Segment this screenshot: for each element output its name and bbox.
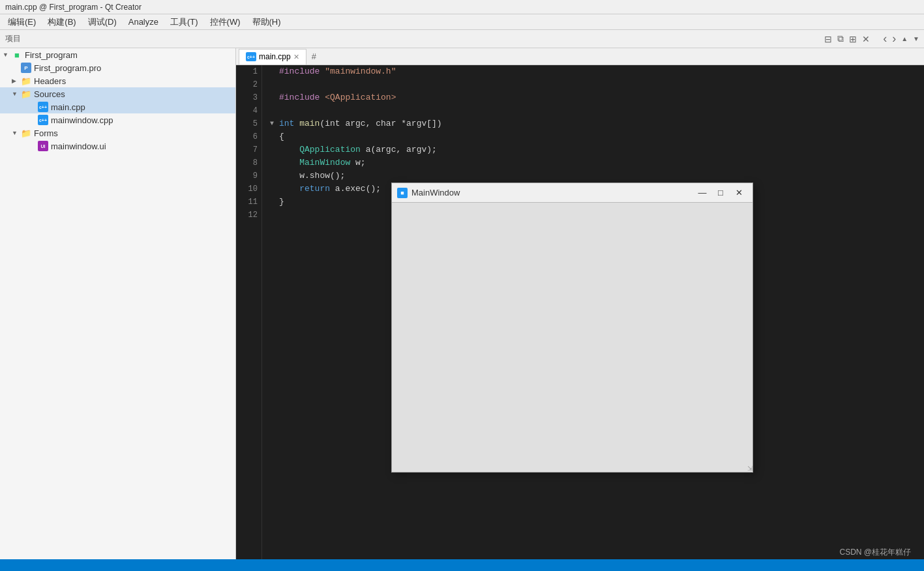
line-num-10: 10 (236, 183, 261, 196)
float-minimize-button[interactable]: — (694, 186, 711, 199)
float-close-button[interactable]: ✕ (730, 186, 747, 199)
main-cpp-icon: c++ (38, 102, 48, 112)
line-num-12: 12 (236, 209, 261, 222)
editor-tab-main-cpp[interactable]: c++ main.cpp ✕ (239, 49, 306, 65)
tree-item-pro[interactable]: P First_program.pro (0, 61, 235, 74)
toolbar-label: 项目 (3, 33, 23, 44)
float-body (392, 203, 753, 472)
tree-item-forms[interactable]: ▼ 📁 Forms (0, 126, 235, 139)
line-num-6: 6 (236, 130, 261, 143)
tree-label-first-program: First_program (25, 50, 78, 60)
line-num-5: 5 (236, 117, 261, 130)
tree-label-mainwindow-ui: mainwindow.ui (51, 141, 106, 151)
headers-folder-icon: 📁 (21, 76, 31, 86)
sources-folder-icon: 📁 (21, 89, 31, 99)
nav-up-button[interactable]: ▲ (899, 35, 910, 42)
tree-item-main-cpp[interactable]: c++ main.cpp (0, 100, 235, 113)
expand-icon[interactable]: ⊞ (847, 34, 859, 44)
tree-item-mainwindow-cpp[interactable]: c++ mainwindow.cpp (0, 113, 235, 126)
code-line-3: #include <QApplication> (270, 91, 916, 104)
project-icon: ■ (12, 50, 22, 60)
menu-build[interactable]: 构建(B) (42, 15, 81, 29)
code-line-5: ▼ int main(int argc, char *argv[]) (270, 117, 916, 130)
tree-label-headers: Headers (34, 76, 66, 86)
float-app-icon: ■ (397, 188, 408, 198)
tree-label-mainwindow-cpp: mainwindow.cpp (51, 115, 113, 125)
code-line-4 (270, 104, 916, 117)
link-icon[interactable]: ⧉ (835, 33, 846, 44)
line-num-3: 3 (236, 91, 261, 104)
line-num-9: 9 (236, 169, 261, 183)
code-line-7: QApplication a(argc, argv); (270, 143, 916, 156)
tab-cpp-icon: c++ (246, 52, 256, 61)
resize-corner[interactable]: ⇲ (745, 464, 753, 472)
tree-item-first-program[interactable]: ▼ ■ First_program (0, 48, 235, 61)
menu-help[interactable]: 帮助(H) (247, 15, 286, 29)
tree-item-mainwindow-ui[interactable]: UI mainwindow.ui (0, 139, 235, 153)
nav-down-button[interactable]: ▼ (911, 35, 921, 42)
menu-edit[interactable]: 编辑(E) (3, 15, 41, 29)
sidebar: ▼ ■ First_program P First_program.pro ▶ … (0, 48, 236, 559)
menu-bar: 编辑(E) 构建(B) 调试(D) Analyze 工具(T) 控件(W) 帮助… (0, 14, 924, 30)
line-numbers: 1 2 3 4 5 6 7 8 9 10 11 12 (236, 65, 262, 559)
arrow-forms: ▼ (12, 130, 21, 136)
tab-bar: c++ main.cpp ✕ # (236, 48, 924, 65)
tree-label-sources: Sources (34, 89, 65, 99)
mainwindow-cpp-icon: c++ (38, 115, 48, 125)
arrow-headers: ▶ (12, 78, 21, 84)
tree-label-forms: Forms (34, 128, 58, 138)
nav-back-button[interactable]: ‹ (881, 32, 889, 46)
toolbar: 项目 ⊟ ⧉ ⊞ ✕ ‹ › ▲ ▼ (0, 30, 924, 48)
arrow-sources: ▼ (12, 91, 21, 97)
tree-item-headers[interactable]: ▶ 📁 Headers (0, 74, 235, 87)
code-line-6: { (270, 130, 916, 143)
mainwindow-ui-icon: UI (38, 141, 48, 151)
menu-tools[interactable]: 工具(T) (165, 15, 203, 29)
line-num-2: 2 (236, 78, 261, 91)
hash-symbol: # (312, 51, 316, 61)
close-sidebar-icon[interactable]: ✕ (860, 34, 872, 44)
tab-close-button[interactable]: ✕ (293, 53, 299, 61)
line-num-8: 8 (236, 156, 261, 169)
float-window-title: MainWindow (411, 188, 690, 198)
nav-forward-button[interactable]: › (890, 32, 898, 46)
float-window-controls: — □ ✕ (694, 186, 747, 199)
watermark: CSDN @桂花年糕仔 (839, 547, 911, 558)
menu-debug[interactable]: 调试(D) (83, 15, 122, 29)
line-num-11: 11 (236, 196, 261, 209)
code-line-8: MainWindow w; (270, 156, 916, 169)
float-title-bar: ■ MainWindow — □ ✕ (392, 183, 753, 203)
forms-folder-icon: 📁 (21, 128, 31, 138)
line-num-4: 4 (236, 104, 261, 117)
menu-analyze[interactable]: Analyze (123, 16, 164, 28)
code-line-9: w.show(); (270, 169, 916, 183)
menu-controls[interactable]: 控件(W) (205, 15, 246, 29)
title-bar: main.cpp @ First_program - Qt Creator (0, 0, 924, 14)
line-num-7: 7 (236, 143, 261, 156)
code-line-1: #include "mainwindow.h" (270, 65, 916, 78)
tab-label: main.cpp (259, 52, 291, 61)
window-title: main.cpp @ First_program - Qt Creator (5, 3, 142, 12)
tree-label-pro: First_program.pro (34, 63, 101, 73)
line-num-1: 1 (236, 65, 261, 78)
tree-item-sources[interactable]: ▼ 📁 Sources (0, 87, 235, 100)
pro-file-icon: P (21, 63, 31, 73)
floating-window[interactable]: ■ MainWindow — □ ✕ ⇲ (391, 183, 753, 473)
arrow-first-program: ▼ (3, 51, 12, 58)
tree-label-main-cpp: main.cpp (51, 102, 85, 112)
filter-icon[interactable]: ⊟ (822, 34, 834, 44)
code-line-2 (270, 78, 916, 91)
status-bar (0, 559, 924, 571)
float-maximize-button[interactable]: □ (712, 186, 729, 199)
